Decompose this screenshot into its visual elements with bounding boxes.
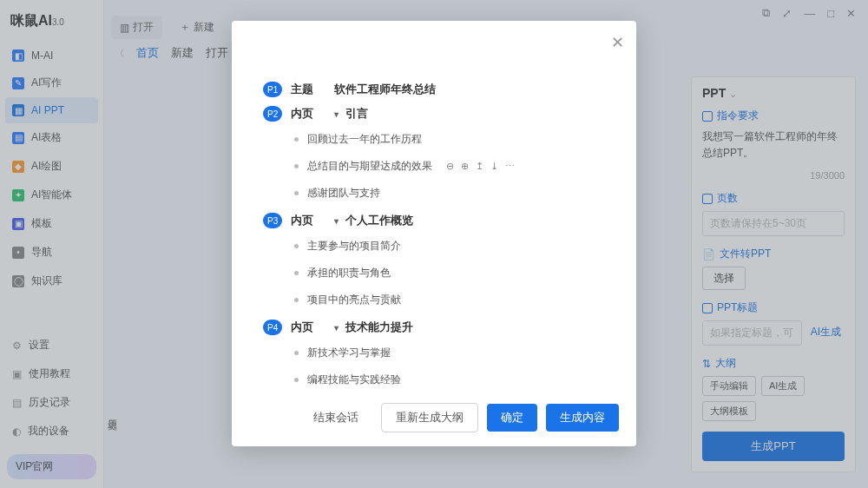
bullet-text: 主要参与的项目简介 (307, 239, 401, 254)
bullet-dot-icon (294, 351, 299, 355)
bullet-dot-icon (294, 164, 299, 168)
page-badge: P3 (263, 213, 282, 228)
page-badge: P2 (263, 106, 282, 122)
bullet-row[interactable]: 总结目的与期望达成的效果⊖⊕↥⤓⋯ (294, 159, 610, 174)
bullet-text: 感谢团队与支持 (307, 186, 380, 201)
row-kind: 内页 (291, 320, 326, 335)
bullet-tool-icon[interactable]: ↥ (476, 161, 483, 172)
bullet-dot-icon (294, 378, 299, 382)
chevron-down-icon[interactable]: ▾ (334, 216, 339, 226)
chevron-down-icon[interactable]: ▾ (334, 323, 339, 333)
confirm-button[interactable]: 确定 (487, 404, 537, 432)
page-badge: P1 (263, 82, 282, 97)
bullet-row[interactable]: 编程技能与实践经验 (294, 373, 610, 387)
bullet-text: 回顾过去一年的工作历程 (307, 132, 422, 147)
bullet-text: 承担的职责与角色 (307, 266, 391, 280)
row-kind: 主题 (291, 82, 326, 97)
bullet-row[interactable]: 承担的职责与角色 (294, 266, 610, 280)
bullet-row[interactable]: 回顾过去一年的工作历程 (294, 132, 610, 147)
bullet-row[interactable]: 新技术学习与掌握 (294, 346, 610, 360)
outline-modal: ✕ P1主题软件工程师年终总结P2内页▾引言回顾过去一年的工作历程总结目的与期望… (232, 21, 636, 446)
regenerate-outline-button[interactable]: 重新生成大纲 (381, 403, 478, 432)
chevron-down-icon[interactable]: ▾ (334, 109, 339, 119)
outline-row: P1主题软件工程师年终总结 (263, 82, 610, 97)
row-head[interactable]: ▾技术能力提升 (334, 320, 610, 335)
bullet-tool-icon[interactable]: ⋯ (505, 161, 515, 172)
row-head[interactable]: ▾引言 (334, 106, 610, 122)
bullet-text: 新技术学习与掌握 (307, 346, 391, 360)
bullet-text: 总结目的与期望达成的效果 (307, 159, 432, 174)
bullet-dot-icon (294, 137, 299, 142)
end-session-button[interactable]: 结束会话 (299, 404, 372, 432)
generate-content-button[interactable]: 生成内容 (546, 404, 619, 432)
bullet-dot-icon (294, 271, 299, 275)
row-head[interactable]: 软件工程师年终总结 (334, 82, 610, 97)
bullet-tool-icon[interactable]: ⤓ (490, 161, 498, 172)
bullet-row[interactable]: 项目中的亮点与贡献 (294, 293, 610, 307)
outline-row: P3内页▾个人工作概览 (263, 213, 610, 228)
outline-row: P2内页▾引言 (263, 106, 610, 122)
close-icon[interactable]: ✕ (611, 33, 624, 52)
bullet-tool-icon[interactable]: ⊕ (461, 161, 469, 172)
bullet-row[interactable]: 主要参与的项目简介 (294, 239, 610, 254)
bullet-dot-icon (294, 244, 299, 248)
row-head[interactable]: ▾个人工作概览 (334, 213, 610, 228)
outline-row: P4内页▾技术能力提升 (263, 320, 610, 335)
modal-overlay: ✕ P1主题软件工程师年终总结P2内页▾引言回顾过去一年的工作历程总结目的与期望… (0, 0, 868, 488)
row-kind: 内页 (291, 213, 326, 228)
bullet-dot-icon (294, 191, 299, 195)
bullet-text: 项目中的亮点与贡献 (307, 293, 401, 307)
bullet-text: 编程技能与实践经验 (307, 373, 401, 387)
row-kind: 内页 (291, 106, 326, 122)
bullet-dot-icon (294, 298, 299, 302)
page-badge: P4 (263, 320, 282, 335)
bullet-tool-icon[interactable]: ⊖ (446, 161, 454, 172)
bullet-row[interactable]: 感谢团队与支持 (294, 186, 610, 201)
